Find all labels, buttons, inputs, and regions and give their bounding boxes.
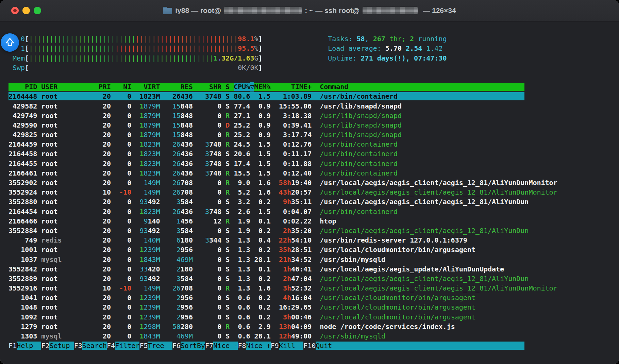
process-row[interactable]: 2164458 root 20 0 1823M 26436 3748 S 20.… (9, 149, 557, 159)
cell-virt: 823M (144, 140, 160, 148)
process-row[interactable]: 1037 mysql 20 0 1843M 469M 0 S 1.3 28.1 … (9, 255, 557, 264)
cell-virt: 843M (144, 332, 160, 340)
floating-shortcut-button[interactable] (1, 33, 19, 52)
function-key-bar[interactable]: F1Help F2Setup F3SearchF4FilterF5Tree F6… (9, 341, 557, 350)
process-row[interactable]: 3552884 root 20 0 93492 3584 0 S 1.9 0.2… (9, 226, 557, 235)
window-title: iy88 — root@: ~ — ssh root@ — 126×34 (163, 6, 456, 15)
cell-cmd: /usr/lib/snapd/snapd (320, 121, 402, 129)
cell-user: root (41, 131, 57, 139)
cell-res: 708 (181, 188, 193, 196)
process-row[interactable]: 749 redis 20 0 140M 6180 3344 S 1.3 0.4 … (9, 235, 557, 245)
process-row[interactable]: 1048 root 20 0 1239M 2956 0 S 0.6 0.2 16… (9, 302, 557, 312)
process-row[interactable]: 1303 mysql 20 0 1843M 469M 0 S 0.6 28.1 … (9, 331, 557, 341)
cell-time: 04:09 (291, 322, 312, 331)
process-row[interactable]: 1041 root 20 0 1239M 2956 0 S 0.6 0.2 4h… (9, 293, 557, 302)
process-row[interactable]: 3552889 root 20 0 93492 3584 0 S 1.3 0.2… (9, 274, 557, 283)
cell-user: root (41, 284, 57, 292)
cell-pid: 2166466 (9, 217, 37, 225)
cell-ni: 0 (127, 227, 131, 235)
cell-cpu: 9.0 (238, 179, 250, 187)
process-row[interactable]: 3552924 root 10 -10 149M 26708 0 R 5.2 1… (9, 187, 557, 197)
meter-value: % (254, 44, 258, 52)
fkey-button-help[interactable]: Help (17, 342, 41, 350)
selected-row[interactable]: 2164448 root 20 0 1823M 26436 3748 S 80.… (9, 92, 524, 100)
cell-ni: 0 (127, 121, 131, 129)
process-row[interactable]: 2164448 root 20 0 1823M 26436 3748 S 80.… (9, 92, 557, 101)
cell-shr: 0 (217, 112, 221, 120)
redacted-hostname-1 (224, 7, 302, 14)
process-row[interactable]: 1279 root 20 0 1298M 50280 0 R 0.6 2.9 1… (9, 322, 557, 331)
terminal-window: iy88 — root@: ~ — ssh root@ — 126×34 0[|… (0, 0, 619, 364)
process-row[interactable]: 2166466 root 20 0 9140 1456 12 R 1.9 0.1… (9, 216, 557, 226)
cell-cpu: 1.3 (238, 246, 250, 254)
fkey-button-setup[interactable]: Setup (49, 342, 74, 350)
cell-pid: 429825 (13, 131, 37, 139)
cell-shr: 0 (217, 303, 221, 311)
cell-shr: 0 (217, 179, 221, 187)
process-row[interactable]: 2166461 root 20 0 1823M 26436 3748 R 15.… (9, 168, 557, 178)
process-row[interactable]: 429582 root 20 0 1879M 15848 0 S 77.4 0.… (9, 101, 557, 111)
cell-user: root (41, 313, 57, 321)
cell-ni: 0 (127, 332, 131, 340)
cell-time: 58h (279, 179, 291, 187)
header-columns[interactable] (348, 83, 524, 91)
cell-virt: 140 (148, 217, 160, 225)
cell-pri: 20 (103, 255, 111, 264)
sort-arrow-icon[interactable]: ▽ (250, 82, 254, 92)
fkey-button-nice-plus[interactable]: Nice + (246, 342, 271, 350)
process-row[interactable]: 429825 root 20 0 1879M 15848 0 R 25.2 0.… (9, 130, 557, 139)
cell-pri: 20 (103, 322, 111, 331)
close-button[interactable] (11, 7, 19, 14)
cell-cmd: /usr/local/cloudmonitor/bin/argusagent (320, 303, 475, 311)
header-col-cpu[interactable]: CPU% (234, 83, 250, 91)
cell-time: 13h (279, 322, 291, 331)
cell-pid: 2164454 (9, 208, 37, 216)
meter-open-bracket: [ (25, 54, 29, 62)
fkey-button-search[interactable]: Search (82, 342, 107, 350)
cell-virt: 879M (144, 131, 160, 139)
cell-pid: 1001 (21, 246, 37, 254)
cell-shr: 0 (217, 294, 221, 302)
stat-text: 5.70 (385, 44, 406, 52)
fkey-button-sortby[interactable]: SortBy (181, 342, 205, 350)
fkey-button-nice-minus[interactable]: Nice - (213, 342, 238, 350)
cell-shr: 748 (209, 160, 221, 168)
process-row[interactable]: 3552842 root 20 0 33420 2180 0 S 1.3 0.1… (9, 264, 557, 274)
header-columns[interactable]: MEM% TIME+ Command (254, 83, 348, 91)
cell-pid: 2164455 (9, 160, 37, 168)
cell-pri: 20 (103, 227, 111, 235)
cell-user: root (41, 322, 57, 331)
fkey-button-kill[interactable]: Kill (279, 342, 303, 350)
fkey-button-tree[interactable]: Tree (148, 342, 172, 350)
cell-virt: 1 (139, 294, 144, 302)
cell-time: 46:41 (291, 265, 312, 273)
cell-s: S (225, 198, 230, 206)
process-row[interactable]: 3552902 root 20 0 149M 26708 0 R 9.0 1.6… (9, 178, 557, 187)
zoom-button[interactable] (34, 7, 41, 14)
cell-res: 469M (177, 332, 193, 340)
meter-bars-red: |||||||||||||||||||||||||||||| (115, 44, 238, 52)
cell-s: R (225, 188, 230, 196)
cell-shr: 3 (205, 236, 209, 244)
process-row[interactable]: 3552880 root 20 0 93492 3584 0 S 3.2 0.2… (9, 197, 557, 206)
stat-text: 267 (373, 35, 385, 43)
process-row[interactable]: 429590 root 20 0 1879M 15848 0 D 25.2 0.… (9, 120, 557, 130)
cell-res: 3 (177, 227, 181, 235)
process-row[interactable]: 1001 root 20 0 1239M 2956 0 S 1.3 0.2 35… (9, 245, 557, 254)
process-row[interactable]: 429749 root 20 0 1879M 15848 0 R 27.1 0.… (9, 111, 557, 120)
table-header[interactable]: PID USER PRI NI VIRT RES SHR S CPU%▽MEM%… (9, 82, 557, 92)
minimize-button[interactable] (22, 7, 30, 14)
process-row[interactable]: 2164459 root 20 0 1823M 26436 3748 R 24.… (9, 139, 557, 149)
process-row[interactable]: 1092 root 20 0 1239M 2956 0 S 0.6 0.2 3h… (9, 312, 557, 322)
title-bar[interactable]: iy88 — root@: ~ — ssh root@ — 126×34 (0, 0, 619, 21)
process-row[interactable]: 3552916 root 10 -10 149M 26708 0 R 1.3 1… (9, 283, 557, 293)
process-row[interactable]: 2164454 root 20 0 1823M 26436 3748 S 2.6… (9, 207, 557, 216)
process-row[interactable]: 2164455 root 20 0 1823M 26436 3748 S 17.… (9, 159, 557, 168)
cell-virt: 93 (139, 275, 148, 283)
fkey-button-quit[interactable]: Quit (316, 342, 340, 350)
fkey-button-filter[interactable]: Filter (115, 342, 139, 350)
cell-virt: 33 (139, 265, 148, 273)
cell-cpu: 24.5 (234, 140, 250, 148)
meter-close-bracket: ] (258, 54, 263, 62)
header-columns[interactable]: PID USER PRI NI VIRT RES SHR S (9, 83, 234, 91)
